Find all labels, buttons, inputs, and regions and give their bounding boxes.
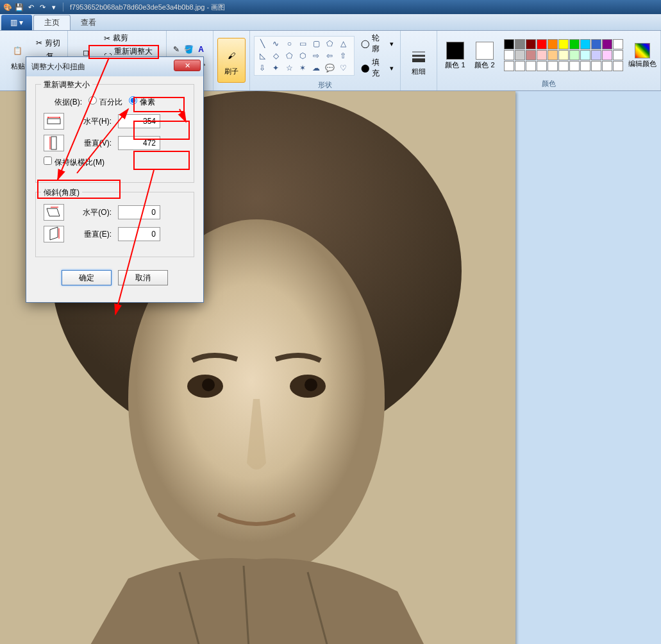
- shape-4star[interactable]: ✦: [269, 62, 282, 74]
- pixel-radio[interactable]: 像素: [129, 96, 155, 108]
- color-swatch[interactable]: [515, 50, 525, 60]
- skew-fieldset: 倾斜(角度) 水平(O): 垂直(E):: [35, 192, 194, 257]
- shape-rtri[interactable]: ◺: [256, 50, 269, 62]
- vertical-icon: [44, 135, 64, 151]
- file-tab[interactable]: ▥ ▾: [1, 15, 32, 30]
- vertical-input[interactable]: [118, 136, 160, 150]
- color-swatch[interactable]: [591, 61, 601, 71]
- separator: [63, 3, 63, 12]
- ok-button[interactable]: 确定: [62, 270, 112, 285]
- shape-bubble[interactable]: 💬: [323, 62, 336, 74]
- v-label: 垂直(V):: [73, 138, 112, 149]
- shape-line[interactable]: ╲: [256, 38, 269, 49]
- by-label: 依据(B):: [44, 97, 82, 108]
- outline-button[interactable]: ◯轮廓 ▾: [358, 32, 396, 55]
- shape-pent[interactable]: ⬠: [283, 50, 296, 62]
- shape-curve[interactable]: ∿: [269, 38, 282, 49]
- shape-heart[interactable]: ♡: [337, 62, 349, 74]
- color-swatch[interactable]: [537, 50, 547, 60]
- color-swatch[interactable]: [548, 61, 558, 71]
- shape-oval[interactable]: ○: [283, 38, 296, 49]
- color-swatch[interactable]: [580, 61, 590, 71]
- color-swatch[interactable]: [613, 50, 623, 60]
- window-title: f7953652b068ab78d60e3de5e3a4b0b8.jpg - 画…: [70, 3, 225, 12]
- color-swatch[interactable]: [548, 39, 558, 49]
- fill-button[interactable]: ⬤填充 ▾: [358, 56, 396, 80]
- color-swatch[interactable]: [602, 39, 612, 49]
- shape-tri[interactable]: △: [337, 38, 349, 49]
- shape-callout[interactable]: ☁: [310, 62, 322, 74]
- color-swatch[interactable]: [537, 39, 547, 49]
- text-tool[interactable]: A: [195, 44, 206, 55]
- shape-darrow[interactable]: ⇩: [256, 62, 269, 74]
- color-swatch[interactable]: [504, 61, 514, 71]
- undo-icon[interactable]: ↶: [26, 2, 36, 12]
- color-swatch[interactable]: [580, 39, 590, 49]
- color-swatch[interactable]: [526, 50, 536, 60]
- shape-hex[interactable]: ⬡: [296, 50, 309, 62]
- color-swatch[interactable]: [569, 39, 580, 49]
- color-swatch[interactable]: [558, 39, 569, 49]
- paint-icon[interactable]: 🎨: [3, 2, 13, 12]
- edit-colors-icon: [635, 43, 650, 58]
- color1-button[interactable]: 颜色 1: [441, 33, 469, 78]
- qat-dropdown-icon[interactable]: ▾: [49, 2, 59, 12]
- shape-6star[interactable]: ✶: [296, 62, 309, 74]
- color-swatch[interactable]: [569, 50, 580, 60]
- skew-v-input[interactable]: [118, 227, 160, 241]
- shape-rect[interactable]: ▭: [296, 38, 309, 49]
- shape-diamond[interactable]: ◇: [269, 50, 282, 62]
- shape-uarrow[interactable]: ⇧: [337, 50, 349, 62]
- cut-button[interactable]: ✂剪切: [33, 37, 64, 49]
- svg-rect-12: [51, 137, 56, 149]
- size-button[interactable]: 粗细: [405, 38, 433, 83]
- color-swatch[interactable]: [515, 61, 525, 71]
- color-swatch[interactable]: [526, 39, 536, 49]
- color-swatch[interactable]: [515, 39, 525, 49]
- shape-larrow[interactable]: ⇦: [323, 50, 336, 62]
- fill-tool[interactable]: 🪣: [183, 44, 194, 55]
- dialog-titlebar[interactable]: 调整大小和扭曲 ✕: [26, 57, 203, 76]
- skew-h-input[interactable]: [118, 205, 160, 219]
- horizontal-input[interactable]: [118, 114, 160, 128]
- color-swatch[interactable]: [558, 50, 569, 60]
- pencil-tool[interactable]: ✎: [171, 44, 182, 55]
- close-button[interactable]: ✕: [174, 60, 201, 71]
- tab-view[interactable]: 查看: [71, 15, 106, 30]
- shape-roundrect[interactable]: ▢: [310, 38, 322, 49]
- color-swatch[interactable]: [548, 50, 558, 60]
- color-swatch[interactable]: [591, 50, 601, 60]
- percent-radio[interactable]: 百分比: [88, 96, 122, 108]
- redo-icon[interactable]: ↷: [37, 2, 47, 12]
- color-swatch[interactable]: [537, 61, 547, 71]
- color-swatch[interactable]: [580, 50, 590, 60]
- shape-poly[interactable]: ⬠: [323, 38, 336, 49]
- color-swatch[interactable]: [526, 61, 536, 71]
- shape-5star[interactable]: ☆: [283, 62, 296, 74]
- color-swatch[interactable]: [602, 61, 612, 71]
- quick-access: 🎨 💾 ↶ ↷ ▾: [3, 2, 59, 12]
- color-swatch[interactable]: [569, 61, 580, 71]
- aspect-checkbox[interactable]: 保持纵横比(M): [44, 157, 105, 168]
- color-swatch[interactable]: [602, 50, 612, 60]
- shapes-gallery[interactable]: ╲∿○▭▢⬠△ ◺◇⬠⬡⇨⇦⇧ ⇩✦☆✶☁💬♡: [254, 36, 355, 76]
- color2-button[interactable]: 颜色 2: [471, 33, 499, 78]
- resize-fieldset: 重新调整大小 依据(B): 百分比 像素 水平(H): 垂直(V): 保持纵横比…: [35, 84, 194, 183]
- color-palette: [504, 39, 623, 71]
- color-swatch[interactable]: [504, 50, 514, 60]
- brush-button[interactable]: 🖌 刷子: [217, 38, 246, 83]
- color-swatch[interactable]: [504, 39, 514, 49]
- tab-home[interactable]: 主页: [33, 15, 71, 30]
- cancel-button[interactable]: 取消: [118, 270, 168, 285]
- shape-rarrow[interactable]: ⇨: [310, 50, 322, 62]
- svg-rect-10: [47, 119, 60, 124]
- edit-colors-button[interactable]: 编辑颜色: [628, 33, 657, 78]
- h-label: 水平(H):: [73, 116, 112, 127]
- color-swatch[interactable]: [591, 39, 601, 49]
- color-swatch[interactable]: [613, 39, 623, 49]
- save-icon[interactable]: 💾: [14, 2, 24, 12]
- crop-button[interactable]: ✂裁剪: [101, 32, 162, 44]
- color-swatch[interactable]: [613, 61, 623, 71]
- color-swatch[interactable]: [558, 61, 569, 71]
- skew-v-label: 垂直(E):: [73, 229, 112, 240]
